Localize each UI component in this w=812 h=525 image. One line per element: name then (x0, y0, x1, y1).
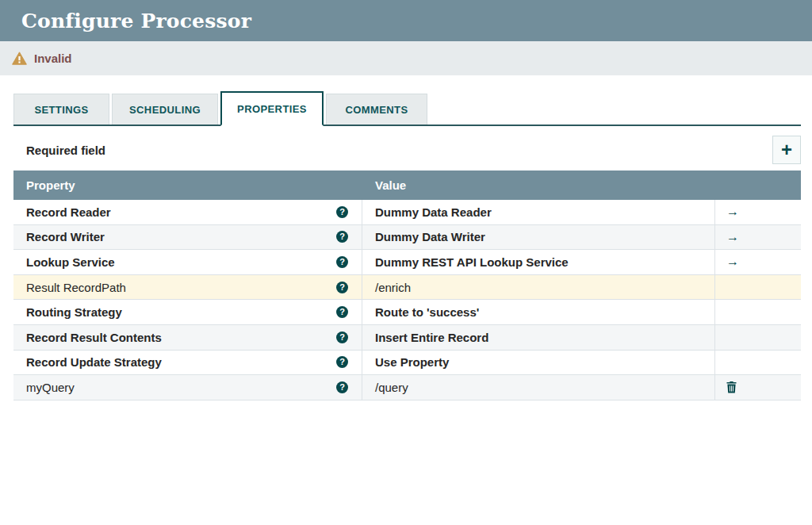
table-row[interactable]: Result RecordPath ? /enrich (13, 275, 801, 301)
help-icon[interactable]: ? (336, 331, 348, 343)
warning-triangle-icon (12, 52, 27, 65)
property-name: Routing Strategy (26, 305, 122, 319)
properties-table: Property Value Record Reader ? Dummy Dat… (13, 171, 801, 400)
tab-settings[interactable]: SETTINGS (13, 94, 109, 125)
property-cell: Routing Strategy ? (13, 300, 362, 324)
property-name: Record Reader (26, 205, 111, 219)
required-field-label: Required field (13, 144, 105, 157)
property-name: Lookup Service (26, 255, 115, 269)
value-cell[interactable]: Insert Entire Record (362, 325, 715, 350)
table-row[interactable]: Record Reader ? Dummy Data Reader → (13, 200, 801, 225)
property-name: Record Update Strategy (26, 355, 162, 369)
column-header-value: Value (362, 178, 715, 192)
row-action-cell (715, 325, 801, 350)
row-action-cell (715, 375, 801, 400)
table-row[interactable]: Routing Strategy ? Route to 'success' (13, 300, 801, 325)
table-row[interactable]: myQuery ? /query (13, 375, 801, 400)
property-value: Dummy REST API Lookup Service (375, 255, 569, 269)
table-row[interactable]: Record Writer ? Dummy Data Writer → (13, 225, 801, 251)
properties-table-header: Property Value (13, 171, 801, 200)
dialog-content: SETTINGS SCHEDULING PROPERTIES COMMENTS … (13, 91, 801, 400)
dialog-titlebar: Configure Processor (0, 0, 812, 41)
property-cell: Record Result Contents ? (13, 325, 362, 350)
property-name: myQuery (26, 381, 75, 394)
tab-scheduling[interactable]: SCHEDULING (112, 94, 218, 125)
column-header-property: Property (13, 178, 362, 192)
property-value: Use Property (375, 355, 449, 369)
property-cell: Record Update Strategy ? (13, 351, 362, 375)
help-icon[interactable]: ? (336, 206, 348, 218)
row-action-cell: → (715, 225, 801, 250)
property-cell: myQuery ? (13, 375, 362, 400)
go-to-arrow-icon[interactable]: → (726, 230, 739, 244)
property-cell: Lookup Service ? (13, 250, 362, 274)
table-row[interactable]: Record Result Contents ? Insert Entire R… (13, 325, 801, 351)
help-icon[interactable]: ? (336, 282, 348, 293)
row-action-cell (715, 300, 801, 324)
status-badge: Invalid (34, 52, 72, 65)
plus-icon: + (781, 140, 792, 159)
value-cell[interactable]: /enrich (362, 275, 715, 300)
tab-properties[interactable]: PROPERTIES (220, 91, 324, 126)
add-property-button[interactable]: + (772, 136, 801, 164)
delete-icon[interactable] (726, 381, 737, 393)
dialog-title: Configure Processor (21, 10, 251, 33)
help-icon[interactable]: ? (336, 356, 348, 368)
property-value: Insert Entire Record (375, 331, 488, 344)
properties-table-body: Record Reader ? Dummy Data Reader → Reco… (13, 200, 801, 400)
table-row[interactable]: Record Update Strategy ? Use Property (13, 351, 801, 376)
table-toolbar: Required field + (13, 136, 801, 164)
row-action-cell: → (715, 200, 801, 224)
property-cell: Record Writer ? (13, 225, 362, 250)
value-cell[interactable]: Dummy Data Reader (362, 200, 715, 224)
value-cell[interactable]: Dummy Data Writer (362, 225, 715, 250)
property-value: Route to 'success' (375, 305, 479, 319)
property-value: Dummy Data Writer (375, 230, 485, 243)
value-cell[interactable]: Use Property (362, 351, 715, 375)
table-row[interactable]: Lookup Service ? Dummy REST API Lookup S… (13, 250, 801, 275)
property-value: Dummy Data Reader (375, 205, 492, 219)
help-icon[interactable]: ? (336, 381, 348, 393)
go-to-arrow-icon[interactable]: → (726, 255, 739, 269)
row-action-cell (715, 275, 801, 300)
row-action-cell (715, 351, 801, 375)
go-to-arrow-icon[interactable]: → (726, 205, 739, 219)
tab-bar: SETTINGS SCHEDULING PROPERTIES COMMENTS (13, 91, 801, 126)
value-cell[interactable]: Route to 'success' (362, 300, 715, 324)
property-name: Record Writer (26, 230, 105, 243)
value-cell[interactable]: /query (362, 375, 715, 400)
property-value: /query (375, 381, 408, 394)
tab-comments[interactable]: COMMENTS (326, 94, 427, 125)
property-name: Result RecordPath (26, 281, 126, 294)
validation-banner: Invalid (0, 41, 812, 75)
property-cell: Result RecordPath ? (13, 275, 362, 300)
property-value: /enrich (375, 281, 411, 294)
help-icon[interactable]: ? (336, 256, 348, 268)
help-icon[interactable]: ? (336, 306, 348, 318)
property-cell: Record Reader ? (13, 200, 362, 224)
property-name: Record Result Contents (26, 331, 162, 344)
help-icon[interactable]: ? (336, 231, 348, 243)
row-action-cell: → (715, 250, 801, 274)
value-cell[interactable]: Dummy REST API Lookup Service (362, 250, 715, 274)
